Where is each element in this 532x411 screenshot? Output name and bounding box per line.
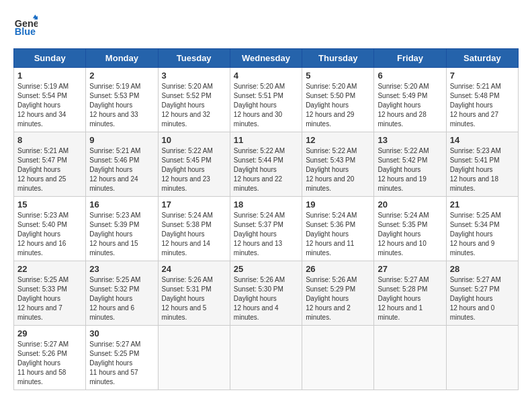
- day-number: 25: [234, 264, 298, 274]
- calendar-cell: 4Sunrise: 5:20 AMSunset: 5:51 PMDaylight…: [230, 68, 302, 132]
- day-number: 9: [89, 135, 154, 145]
- calendar-cell: 10Sunrise: 5:22 AMSunset: 5:45 PMDayligh…: [158, 132, 230, 197]
- day-info: Sunrise: 5:25 AMSunset: 5:32 PMDaylight …: [89, 275, 154, 322]
- day-info: Sunrise: 5:26 AMSunset: 5:29 PMDaylight …: [306, 275, 370, 322]
- day-number: 16: [89, 199, 154, 210]
- day-info: Sunrise: 5:22 AMSunset: 5:42 PMDaylight …: [378, 146, 442, 193]
- day-info: Sunrise: 5:20 AMSunset: 5:50 PMDaylight …: [306, 82, 370, 129]
- calendar-cell: [374, 326, 446, 390]
- day-number: 29: [17, 328, 82, 338]
- calendar-week-row: 22Sunrise: 5:25 AMSunset: 5:33 PMDayligh…: [14, 261, 519, 326]
- day-info: Sunrise: 5:22 AMSunset: 5:43 PMDaylight …: [306, 146, 370, 193]
- calendar-cell: 28Sunrise: 5:27 AMSunset: 5:27 PMDayligh…: [446, 261, 518, 326]
- day-info: Sunrise: 5:19 AMSunset: 5:54 PMDaylight …: [17, 82, 82, 129]
- day-info: Sunrise: 5:23 AMSunset: 5:40 PMDaylight …: [17, 211, 82, 258]
- day-number: 14: [450, 135, 515, 145]
- day-number: 6: [378, 71, 442, 81]
- calendar-cell: 29Sunrise: 5:27 AMSunset: 5:26 PMDayligh…: [14, 326, 86, 390]
- day-number: 13: [378, 135, 442, 145]
- calendar-cell: 30Sunrise: 5:27 AMSunset: 5:25 PMDayligh…: [86, 326, 158, 390]
- day-number: 19: [306, 199, 370, 210]
- calendar-cell: 8Sunrise: 5:21 AMSunset: 5:47 PMDaylight…: [14, 132, 86, 197]
- day-info: Sunrise: 5:24 AMSunset: 5:36 PMDaylight …: [306, 211, 370, 258]
- calendar-cell: 16Sunrise: 5:23 AMSunset: 5:39 PMDayligh…: [86, 197, 158, 261]
- day-number: 11: [234, 135, 298, 145]
- calendar-cell: 23Sunrise: 5:25 AMSunset: 5:32 PMDayligh…: [86, 261, 158, 326]
- calendar-cell: 18Sunrise: 5:24 AMSunset: 5:37 PMDayligh…: [230, 197, 302, 261]
- calendar-header-row: SundayMondayTuesdayWednesdayThursdayFrid…: [14, 49, 519, 68]
- day-info: Sunrise: 5:27 AMSunset: 5:27 PMDaylight …: [450, 275, 515, 322]
- col-header-friday: Friday: [374, 49, 446, 68]
- svg-text:Blue: Blue: [15, 26, 36, 37]
- calendar-cell: 5Sunrise: 5:20 AMSunset: 5:50 PMDaylight…: [302, 68, 374, 132]
- calendar-week-row: 15Sunrise: 5:23 AMSunset: 5:40 PMDayligh…: [14, 197, 519, 261]
- day-info: Sunrise: 5:24 AMSunset: 5:38 PMDaylight …: [162, 211, 226, 258]
- calendar-cell: 22Sunrise: 5:25 AMSunset: 5:33 PMDayligh…: [14, 261, 86, 326]
- calendar-cell: 21Sunrise: 5:25 AMSunset: 5:34 PMDayligh…: [446, 197, 518, 261]
- calendar-cell: 25Sunrise: 5:26 AMSunset: 5:30 PMDayligh…: [230, 261, 302, 326]
- calendar-cell: 24Sunrise: 5:26 AMSunset: 5:31 PMDayligh…: [158, 261, 230, 326]
- day-info: Sunrise: 5:27 AMSunset: 5:25 PMDaylight …: [89, 340, 154, 387]
- calendar-cell: 1Sunrise: 5:19 AMSunset: 5:54 PMDaylight…: [14, 68, 86, 132]
- logo: General Blue: [13, 13, 42, 38]
- day-number: 17: [162, 199, 226, 210]
- day-number: 3: [162, 71, 226, 81]
- col-header-thursday: Thursday: [302, 49, 374, 68]
- calendar-cell: [446, 326, 518, 390]
- col-header-monday: Monday: [86, 49, 158, 68]
- calendar-cell: 2Sunrise: 5:19 AMSunset: 5:53 PMDaylight…: [86, 68, 158, 132]
- day-info: Sunrise: 5:27 AMSunset: 5:26 PMDaylight …: [17, 340, 82, 387]
- calendar-cell: 27Sunrise: 5:27 AMSunset: 5:28 PMDayligh…: [374, 261, 446, 326]
- day-info: Sunrise: 5:21 AMSunset: 5:46 PMDaylight …: [89, 146, 154, 193]
- calendar-week-row: 8Sunrise: 5:21 AMSunset: 5:47 PMDaylight…: [14, 132, 519, 197]
- day-number: 30: [89, 328, 154, 338]
- col-header-sunday: Sunday: [14, 49, 86, 68]
- day-number: 26: [306, 264, 370, 274]
- calendar-cell: 15Sunrise: 5:23 AMSunset: 5:40 PMDayligh…: [14, 197, 86, 261]
- calendar-cell: 20Sunrise: 5:24 AMSunset: 5:35 PMDayligh…: [374, 197, 446, 261]
- calendar-week-row: 29Sunrise: 5:27 AMSunset: 5:26 PMDayligh…: [14, 326, 519, 390]
- day-info: Sunrise: 5:27 AMSunset: 5:28 PMDaylight …: [378, 275, 442, 322]
- day-number: 7: [450, 71, 515, 81]
- calendar-cell: 13Sunrise: 5:22 AMSunset: 5:42 PMDayligh…: [374, 132, 446, 197]
- day-info: Sunrise: 5:25 AMSunset: 5:33 PMDaylight …: [17, 275, 82, 322]
- day-number: 24: [162, 264, 226, 274]
- day-info: Sunrise: 5:21 AMSunset: 5:48 PMDaylight …: [450, 82, 515, 129]
- day-number: 4: [234, 71, 298, 81]
- day-info: Sunrise: 5:20 AMSunset: 5:52 PMDaylight …: [162, 82, 226, 129]
- col-header-tuesday: Tuesday: [158, 49, 230, 68]
- day-number: 2: [89, 71, 154, 81]
- calendar-cell: 7Sunrise: 5:21 AMSunset: 5:48 PMDaylight…: [446, 68, 518, 132]
- day-info: Sunrise: 5:25 AMSunset: 5:34 PMDaylight …: [450, 211, 515, 258]
- calendar-cell: [158, 326, 230, 390]
- day-info: Sunrise: 5:19 AMSunset: 5:53 PMDaylight …: [89, 82, 154, 129]
- day-number: 23: [89, 264, 154, 274]
- calendar-cell: 26Sunrise: 5:26 AMSunset: 5:29 PMDayligh…: [302, 261, 374, 326]
- day-info: Sunrise: 5:23 AMSunset: 5:39 PMDaylight …: [89, 211, 154, 258]
- day-number: 20: [378, 199, 442, 210]
- day-number: 12: [306, 135, 370, 145]
- calendar-cell: 14Sunrise: 5:23 AMSunset: 5:41 PMDayligh…: [446, 132, 518, 197]
- day-info: Sunrise: 5:20 AMSunset: 5:49 PMDaylight …: [378, 82, 442, 129]
- calendar-week-row: 1Sunrise: 5:19 AMSunset: 5:54 PMDaylight…: [14, 68, 519, 132]
- day-number: 15: [17, 199, 82, 210]
- day-number: 22: [17, 264, 82, 274]
- logo-icon: General Blue: [13, 13, 38, 38]
- calendar-cell: 12Sunrise: 5:22 AMSunset: 5:43 PMDayligh…: [302, 132, 374, 197]
- calendar-cell: 17Sunrise: 5:24 AMSunset: 5:38 PMDayligh…: [158, 197, 230, 261]
- day-number: 10: [162, 135, 226, 145]
- day-number: 21: [450, 199, 515, 210]
- day-number: 1: [17, 71, 82, 81]
- calendar-table: SundayMondayTuesdayWednesdayThursdayFrid…: [13, 48, 519, 390]
- col-header-saturday: Saturday: [446, 49, 518, 68]
- calendar-cell: [302, 326, 374, 390]
- calendar-cell: 6Sunrise: 5:20 AMSunset: 5:49 PMDaylight…: [374, 68, 446, 132]
- day-number: 28: [450, 264, 515, 274]
- day-info: Sunrise: 5:22 AMSunset: 5:44 PMDaylight …: [234, 146, 298, 193]
- col-header-wednesday: Wednesday: [230, 49, 302, 68]
- day-info: Sunrise: 5:22 AMSunset: 5:45 PMDaylight …: [162, 146, 226, 193]
- day-info: Sunrise: 5:24 AMSunset: 5:35 PMDaylight …: [378, 211, 442, 258]
- day-info: Sunrise: 5:24 AMSunset: 5:37 PMDaylight …: [234, 211, 298, 258]
- calendar-cell: 11Sunrise: 5:22 AMSunset: 5:44 PMDayligh…: [230, 132, 302, 197]
- day-number: 27: [378, 264, 442, 274]
